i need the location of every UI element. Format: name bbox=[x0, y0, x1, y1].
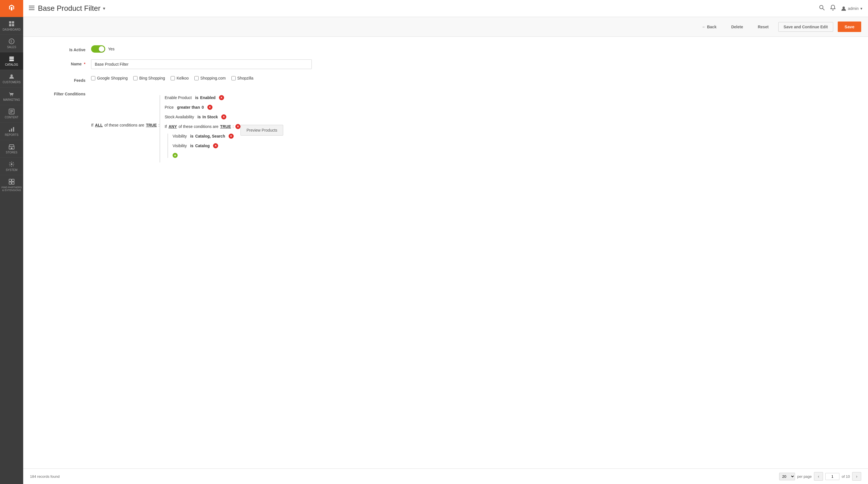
notifications-icon[interactable] bbox=[830, 5, 835, 12]
value-stock[interactable]: In Stock bbox=[203, 115, 218, 119]
value-visibility-2[interactable]: Catalog bbox=[195, 144, 210, 148]
field-visibility-1[interactable]: Visibility bbox=[173, 134, 187, 139]
svg-rect-26 bbox=[29, 6, 34, 6]
feed-bing-shopping-checkbox[interactable] bbox=[133, 76, 137, 80]
svg-rect-3 bbox=[12, 24, 14, 26]
active-toggle[interactable] bbox=[91, 45, 105, 53]
svg-point-29 bbox=[819, 5, 823, 9]
any-conditions-header: If ANY of these conditions are TRUE : × bbox=[165, 124, 241, 129]
back-button[interactable]: ← Back bbox=[697, 22, 721, 31]
header-right: admin ▾ bbox=[819, 5, 862, 12]
feed-bing-shopping[interactable]: Bing Shopping bbox=[133, 76, 165, 80]
svg-rect-28 bbox=[29, 9, 34, 10]
required-mark: * bbox=[84, 62, 86, 66]
field-enable-product[interactable]: Enable Product bbox=[165, 95, 192, 100]
sidebar-item-find-partners[interactable]: FIND PARTNERS & EXTENSIONS bbox=[0, 175, 23, 195]
feed-shopzilla[interactable]: Shopzilla bbox=[231, 76, 253, 80]
sidebar-item-label: CUSTOMERS bbox=[3, 81, 21, 84]
true-keyword[interactable]: TRUE bbox=[146, 123, 157, 127]
svg-rect-23 bbox=[12, 179, 14, 181]
catalog-icon bbox=[8, 56, 15, 62]
next-page-button[interactable]: › bbox=[852, 472, 861, 481]
feed-kelkoo-checkbox[interactable] bbox=[170, 76, 175, 80]
main-content: Base Product Filter ▼ admin bbox=[23, 0, 868, 484]
remove-condition-3-button[interactable]: × bbox=[221, 114, 226, 119]
prev-page-button[interactable]: ‹ bbox=[814, 472, 823, 481]
value-enable-product[interactable]: Enabled bbox=[200, 95, 215, 100]
sidebar-item-marketing[interactable]: MARKETING bbox=[0, 87, 23, 105]
feed-google-shopping[interactable]: Google Shopping bbox=[91, 76, 128, 80]
any-keyword[interactable]: ANY bbox=[168, 124, 177, 129]
filter-conditions-section: If ALL of these conditions are TRUE : En… bbox=[91, 92, 857, 162]
records-found: 184 records found bbox=[30, 474, 60, 479]
filter-conditions-row: Filter Conditions If ALL of these condit… bbox=[34, 89, 857, 162]
feed-shopping-com[interactable]: Shopping.com bbox=[194, 76, 226, 80]
feed-kelkoo[interactable]: Kelkoo bbox=[170, 76, 189, 80]
sidebar-logo[interactable] bbox=[0, 0, 23, 17]
sidebar-item-sales[interactable]: $ SALES bbox=[0, 34, 23, 52]
marketing-icon bbox=[8, 91, 15, 97]
remove-visibility-1-button[interactable]: × bbox=[228, 133, 234, 139]
sidebar-item-reports[interactable]: REPORTS bbox=[0, 122, 23, 140]
per-page-select[interactable]: 20 50 100 bbox=[779, 473, 795, 480]
svg-rect-16 bbox=[9, 130, 10, 131]
value-price[interactable]: 0 bbox=[202, 105, 204, 110]
operator-stock[interactable]: is bbox=[197, 115, 201, 119]
remove-condition-1-button[interactable]: × bbox=[219, 95, 224, 100]
sidebar-item-customers[interactable]: CUSTOMERS bbox=[0, 70, 23, 87]
operator-price[interactable]: greater than bbox=[177, 105, 200, 110]
svg-rect-17 bbox=[11, 128, 12, 131]
feed-bing-shopping-label: Bing Shopping bbox=[139, 76, 165, 80]
sidebar: DASHBOARD $ SALES CATALOG CUSTOMERS MARK… bbox=[0, 0, 23, 484]
all-keyword[interactable]: ALL bbox=[95, 123, 103, 127]
save-button[interactable]: Save bbox=[838, 22, 861, 32]
toggle-wrapper: Yes bbox=[91, 45, 115, 53]
remove-visibility-2-button[interactable]: × bbox=[213, 143, 218, 148]
svg-rect-0 bbox=[9, 21, 11, 24]
sidebar-item-stores[interactable]: STORES bbox=[0, 140, 23, 157]
condition-visibility-catalog: Visibility is Catalog × bbox=[173, 143, 241, 148]
sidebar-item-catalog[interactable]: CATALOG bbox=[0, 52, 23, 70]
operator-enable-product[interactable]: is bbox=[195, 95, 198, 100]
svg-rect-25 bbox=[12, 182, 14, 184]
delete-button[interactable]: Delete bbox=[726, 22, 748, 31]
preview-products-button[interactable]: Preview Products bbox=[241, 125, 283, 135]
reports-icon bbox=[8, 126, 15, 132]
svg-line-30 bbox=[823, 8, 825, 10]
current-page-input[interactable] bbox=[825, 473, 839, 480]
reset-button[interactable]: Reset bbox=[752, 22, 774, 31]
sidebar-item-label: FIND PARTNERS & EXTENSIONS bbox=[1, 186, 22, 192]
field-price[interactable]: Price bbox=[165, 105, 174, 110]
customers-icon bbox=[8, 73, 15, 80]
any-true-keyword[interactable]: TRUE bbox=[220, 124, 231, 129]
operator-visibility-1[interactable]: is bbox=[190, 134, 193, 139]
field-visibility-2[interactable]: Visibility bbox=[173, 144, 187, 148]
sidebar-item-content[interactable]: CONTENT bbox=[0, 105, 23, 122]
remove-any-group-button[interactable]: × bbox=[236, 124, 241, 129]
feeds-checkboxes: Google Shopping Bing Shopping Kelkoo Sho… bbox=[91, 76, 253, 80]
feed-google-shopping-checkbox[interactable] bbox=[91, 76, 95, 80]
search-icon[interactable] bbox=[819, 5, 825, 12]
field-stock-availability[interactable]: Stock Availability bbox=[165, 115, 194, 119]
name-input[interactable] bbox=[91, 59, 312, 69]
add-nested-condition-button[interactable]: + bbox=[173, 153, 178, 158]
svg-rect-2 bbox=[9, 24, 11, 26]
feeds-control: Google Shopping Bing Shopping Kelkoo Sho… bbox=[91, 76, 857, 80]
sidebar-item-dashboard[interactable]: DASHBOARD bbox=[0, 17, 23, 34]
stores-icon bbox=[8, 144, 15, 150]
svg-rect-24 bbox=[9, 182, 11, 184]
hamburger-menu-icon[interactable] bbox=[29, 6, 34, 11]
operator-visibility-2[interactable]: is bbox=[190, 144, 193, 148]
admin-user-menu[interactable]: admin ▾ bbox=[841, 6, 862, 11]
admin-dropdown-arrow: ▾ bbox=[860, 6, 862, 11]
feed-shopzilla-checkbox[interactable] bbox=[231, 76, 236, 80]
feed-shopzilla-label: Shopzilla bbox=[237, 76, 253, 80]
save-continue-button[interactable]: Save and Continue Edit bbox=[778, 22, 833, 32]
remove-condition-2-button[interactable]: × bbox=[207, 105, 213, 110]
action-bar: ← Back Delete Reset Save and Continue Ed… bbox=[23, 17, 868, 37]
total-pages-label: of 10 bbox=[842, 474, 850, 479]
title-dropdown-arrow[interactable]: ▼ bbox=[102, 6, 106, 11]
value-visibility-1[interactable]: Catalog, Search bbox=[195, 134, 225, 139]
feed-shopping-com-checkbox[interactable] bbox=[194, 76, 198, 80]
sidebar-item-system[interactable]: SYSTEM bbox=[0, 157, 23, 175]
